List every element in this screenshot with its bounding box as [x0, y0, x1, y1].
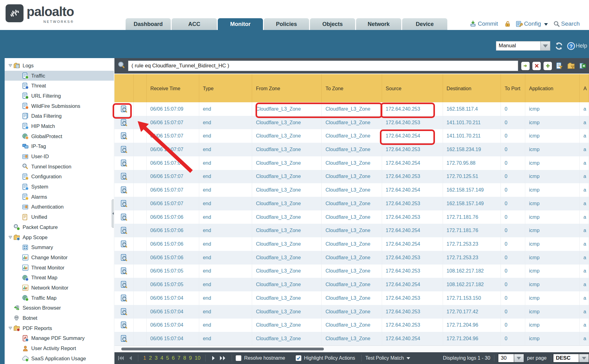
- sidebar-item-globalprotect[interactable]: GlobalProtect: [5, 131, 114, 142]
- config-button[interactable]: Config: [524, 20, 541, 27]
- cell-to-zone[interactable]: Cloudflare_L3_Zone: [322, 143, 382, 156]
- cell-source[interactable]: 172.64.240.253: [382, 143, 443, 156]
- sidebar-item-logs[interactable]: Logs: [5, 61, 114, 71]
- column-header-a[interactable]: A: [580, 74, 589, 102]
- cell-from-zone[interactable]: Cloudflare_L3_Zone: [252, 183, 322, 197]
- sidebar-item-saas-application-usage[interactable]: SaaS Application Usage: [5, 353, 114, 364]
- cell-from-zone[interactable]: Cloudflare_L3_Zone: [252, 170, 322, 184]
- cell-source[interactable]: 172.64.240.253: [382, 170, 443, 184]
- cell-action[interactable]: a: [580, 143, 589, 156]
- cell-from-zone[interactable]: Cloudflare_L3_Zone: [252, 197, 322, 210]
- clear-filter-button[interactable]: [532, 62, 541, 70]
- log-detail-icon[interactable]: [120, 308, 127, 315]
- cell-to-port[interactable]: 0: [501, 143, 525, 156]
- cell-type[interactable]: end: [199, 143, 252, 156]
- cell-to-port[interactable]: 0: [501, 237, 525, 251]
- sidebar-item-data-filtering[interactable]: Data Filtering: [5, 111, 114, 121]
- sidebar-item-hip-match[interactable]: HIP Match: [5, 121, 114, 131]
- cell-from-zone[interactable]: Cloudflare_L3_Zone: [252, 332, 322, 345]
- column-header-to-zone[interactable]: To Zone: [322, 74, 382, 102]
- sidebar-item-system[interactable]: System: [5, 182, 114, 192]
- config-caret-icon[interactable]: [544, 23, 548, 26]
- cell-action[interactable]: a: [580, 305, 589, 319]
- cell-destination[interactable]: 162.158.157.149: [443, 183, 501, 197]
- expander-down-icon[interactable]: [7, 327, 13, 330]
- cell-to-zone[interactable]: Cloudflare_L3_Zone: [322, 251, 382, 265]
- cell-receive-time[interactable]: 06/06 15:07:04: [147, 291, 199, 305]
- cell-action[interactable]: a: [580, 278, 589, 291]
- cell-destination[interactable]: 141.101.70.211: [443, 129, 501, 143]
- column-header-receive-time[interactable]: Receive Time: [147, 74, 199, 102]
- cell-destination[interactable]: 162.158.117.4: [443, 102, 501, 116]
- column-header-detail[interactable]: [114, 74, 134, 102]
- cell-application[interactable]: icmp: [525, 143, 580, 156]
- cell-application[interactable]: icmp: [525, 305, 580, 319]
- cell-receive-time[interactable]: 06/06 15:07:06: [147, 224, 199, 237]
- sidebar-item-traffic-map[interactable]: Traffic Map: [5, 293, 114, 303]
- horizontal-scrollbar[interactable]: [114, 345, 589, 352]
- cell-action[interactable]: a: [580, 156, 589, 170]
- page-number-10[interactable]: 10: [195, 355, 200, 361]
- cell-from-zone[interactable]: Cloudflare_L3_Zone: [252, 237, 322, 251]
- cell-to-zone[interactable]: Cloudflare_L3_Zone: [322, 237, 382, 251]
- add-filter-button[interactable]: [544, 62, 552, 70]
- cell-to-zone[interactable]: Cloudflare_L3_Zone: [322, 278, 382, 291]
- log-detail-icon[interactable]: [120, 254, 127, 261]
- expander-down-icon[interactable]: [7, 236, 13, 239]
- resolve-hostname-checkbox[interactable]: [236, 355, 241, 361]
- first-page-button[interactable]: [118, 355, 124, 361]
- cell-to-zone[interactable]: Cloudflare_L3_Zone: [322, 224, 382, 237]
- help-icon[interactable]: ?: [567, 42, 575, 50]
- cell-destination[interactable]: 172.71.253.23: [443, 251, 501, 265]
- cell-destination[interactable]: 108.162.217.182: [443, 278, 501, 291]
- cell-destination[interactable]: 162.158.234.19: [443, 143, 501, 156]
- page-number-9[interactable]: 9: [189, 355, 192, 361]
- cell-action[interactable]: a: [580, 197, 589, 210]
- cell-source[interactable]: 172.64.240.253: [382, 116, 443, 129]
- log-detail-icon[interactable]: [120, 119, 127, 126]
- cell-to-port[interactable]: 0: [501, 265, 525, 278]
- cell-to-zone[interactable]: Cloudflare_L3_Zone: [322, 197, 382, 210]
- per-page-select[interactable]: 30: [498, 354, 514, 362]
- cell-type[interactable]: end: [199, 102, 252, 116]
- log-detail-icon[interactable]: [120, 335, 127, 342]
- per-page-dropdown-button[interactable]: [514, 354, 524, 362]
- cell-type[interactable]: end: [199, 183, 252, 197]
- cell-type[interactable]: end: [199, 278, 252, 291]
- cell-to-port[interactable]: 0: [501, 210, 525, 224]
- cell-action[interactable]: a: [580, 129, 589, 143]
- cell-receive-time[interactable]: 06/06 15:07:07: [147, 170, 199, 184]
- cell-to-port[interactable]: 0: [501, 251, 525, 265]
- cell-destination[interactable]: 172.70.125.51: [443, 170, 501, 184]
- cell-source[interactable]: 172.64.240.253: [382, 210, 443, 224]
- cell-destination[interactable]: 172.71.253.23: [443, 237, 501, 251]
- cell-to-port[interactable]: 0: [501, 156, 525, 170]
- cell-from-zone[interactable]: Cloudflare_L3_Zone: [252, 210, 322, 224]
- cell-type[interactable]: end: [199, 319, 252, 332]
- sidebar-item-app-scope[interactable]: App Scope: [5, 232, 114, 243]
- cell-to-port[interactable]: 0: [501, 102, 525, 116]
- cell-source[interactable]: 172.64.240.254: [382, 237, 443, 251]
- log-detail-icon[interactable]: [120, 240, 127, 248]
- cell-type[interactable]: end: [199, 305, 252, 319]
- config-icon[interactable]: [516, 20, 523, 28]
- cell-source[interactable]: 172.64.240.254: [382, 332, 443, 345]
- cell-source[interactable]: 172.64.240.253: [382, 197, 443, 210]
- cell-to-zone[interactable]: Cloudflare_L3_Zone: [322, 116, 382, 129]
- tab-device[interactable]: Device: [402, 18, 447, 30]
- cell-application[interactable]: icmp: [525, 129, 580, 143]
- sidebar-item-ip-tag[interactable]: IP-Tag: [5, 142, 114, 152]
- cell-application[interactable]: icmp: [525, 116, 580, 129]
- cell-to-port[interactable]: 0: [501, 291, 525, 305]
- log-detail-icon[interactable]: [120, 132, 127, 140]
- cell-action[interactable]: a: [580, 265, 589, 278]
- cell-action[interactable]: a: [580, 224, 589, 237]
- cell-to-zone[interactable]: Cloudflare_L3_Zone: [322, 170, 382, 184]
- sidebar-item-manage-pdf-summary[interactable]: Manage PDF Summary: [5, 333, 114, 344]
- cell-destination[interactable]: 108.162.217.182: [443, 265, 501, 278]
- cell-action[interactable]: a: [580, 332, 589, 345]
- export-logs-button[interactable]: [578, 62, 587, 70]
- cell-receive-time[interactable]: 06/06 15:07:04: [147, 319, 199, 332]
- cell-application[interactable]: icmp: [525, 170, 580, 184]
- cell-to-port[interactable]: 0: [501, 332, 525, 345]
